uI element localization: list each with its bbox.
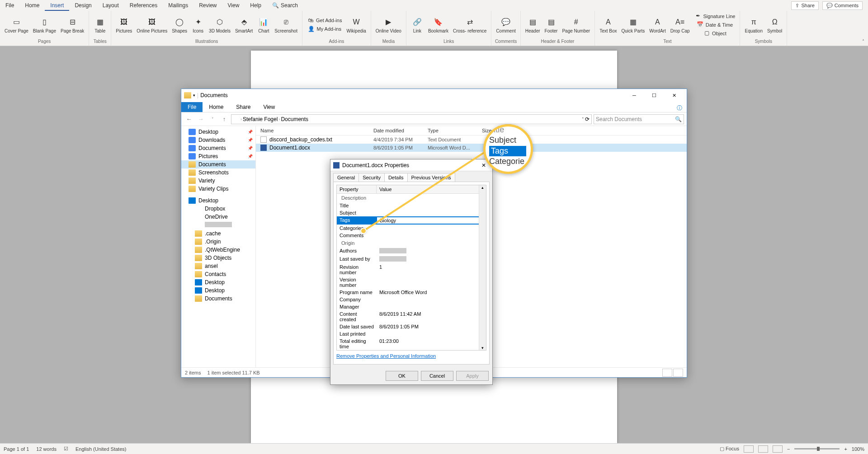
scroll-down-icon[interactable]: ▾ [481,346,484,350]
nav-item[interactable]: Desktop [181,286,255,295]
breadcrumb-item[interactable]: Documents [281,116,308,122]
scroll-up-icon[interactable]: ▴ [481,185,484,190]
props-value-input[interactable] [377,232,486,239]
nav-item[interactable]: Desktop [181,197,255,205]
equation-button[interactable]: πEquation [743,16,764,34]
props-apply-button[interactable]: Apply [456,371,489,381]
tab-file[interactable]: File [0,0,19,11]
props-row[interactable]: Date last saved8/6/2019 1:05 PM [337,323,486,330]
props-header-value[interactable]: Value [377,185,394,193]
tab-insert[interactable]: Insert [45,0,69,11]
online-pictures-button[interactable]: 🖼Online Pictures [135,16,169,34]
explorer-titlebar[interactable]: ▾ | Documents ─ ☐ ✕ [181,89,687,102]
symbol-button[interactable]: ΩSymbol [765,16,784,34]
wikipedia-button[interactable]: WWikipedia [344,16,368,34]
tab-review[interactable]: Review [193,0,222,11]
text-box-button[interactable]: AText Box [598,16,618,34]
tab-layout[interactable]: Layout [97,0,124,11]
icons-button[interactable]: ✦Icons [190,16,206,34]
nav-history-button[interactable]: ˅ [208,117,217,122]
col-date[interactable]: Date modified [373,128,428,133]
breadcrumb[interactable]: › Stefanie Fogel › Documents ˅ ⟳ [231,114,592,124]
column-headers[interactable]: Name Date modified Type Size [256,126,687,136]
bookmark-button[interactable]: 🔖Bookmark [426,16,450,34]
props-row[interactable]: TagsBiology [337,216,486,225]
props-row[interactable]: Last saved by [337,255,486,263]
nav-item[interactable]: .cache [181,229,255,238]
props-value-input[interactable] [377,225,486,231]
props-scrollbar[interactable]: ▴ ▾ [479,185,486,350]
nav-item[interactable]: OneDrive [181,213,255,221]
props-ok-button[interactable]: OK [386,371,418,381]
ribbon-search[interactable]: 🔍 Search [267,2,303,9]
props-row[interactable]: Last printed [337,330,486,337]
tab-help[interactable]: Help [245,0,267,11]
page-break-button[interactable]: ⊟Page Break [59,16,86,34]
explorer-search-input[interactable]: Search Documents 🔍 [594,114,684,124]
props-row[interactable]: Content created8/6/2019 11:42 AM [337,310,486,323]
chevron-down-icon[interactable]: ▾ [193,93,195,98]
status-language[interactable]: English (United States) [75,446,127,452]
drop-cap-button[interactable]: A≡Drop Cap [669,16,692,34]
view-web-button[interactable] [773,445,783,453]
props-row[interactable]: Manager [337,303,486,310]
wordart-button[interactable]: AWordArt [647,16,668,34]
zoom-in-button[interactable]: + [844,446,847,452]
shapes-button[interactable]: ◯Shapes [170,16,189,34]
share-button[interactable]: ⇪ Share [791,1,818,10]
nav-item[interactable]: Documents [181,295,255,303]
explorer-tab-share[interactable]: Share [230,102,257,112]
props-row[interactable]: Company [337,296,486,303]
props-value-input[interactable] [377,210,486,216]
nav-item[interactable]: Desktop📌 [181,128,255,136]
props-cancel-button[interactable]: Cancel [421,371,453,381]
nav-item[interactable]: Variety [181,177,255,185]
file-row[interactable]: discord_backup_codes.txt4/4/2019 7:34 PM… [256,136,687,144]
object-button[interactable]: ▢Object [693,29,737,37]
props-titlebar[interactable]: Document1.docx Properties ✕ [330,159,492,171]
view-icons-button[interactable] [673,369,683,377]
footer-button[interactable]: ▤Footer [543,16,560,34]
props-row[interactable]: Total editing time01:23:00 [337,337,486,350]
nav-item[interactable]: Documents📌 [181,144,255,152]
props-row[interactable]: Authors [337,247,486,255]
status-words[interactable]: 12 words [36,446,57,452]
signature-line-button[interactable]: ✒Signature Line [693,12,737,20]
explorer-tab-file[interactable]: File [181,102,203,112]
nav-item[interactable]: Contacts [181,270,255,278]
nav-item[interactable]: ansel [181,262,255,270]
nav-up-button[interactable]: ↑ [219,116,229,122]
nav-item[interactable]: Screenshots [181,168,255,177]
tab-references[interactable]: References [124,0,163,11]
nav-item[interactable]: Pictures📌 [181,152,255,160]
props-row[interactable]: Categories [337,225,486,232]
tab-home[interactable]: Home [19,0,45,11]
props-row[interactable]: Version number [337,276,486,289]
comments-button[interactable]: 💬 Comments [822,1,863,10]
smartart-button[interactable]: ⬘SmartArt [233,16,255,34]
nav-item[interactable]: Desktop [181,278,255,286]
chevron-down-icon[interactable]: ˅ [582,117,584,122]
props-header-property[interactable]: Property [337,185,377,193]
pictures-button[interactable]: 🖼Pictures [114,16,134,34]
col-type[interactable]: Type [428,128,482,133]
tab-mailings[interactable]: Mailings [163,0,193,11]
props-row[interactable]: Program nameMicrosoft Office Word [337,289,486,296]
explorer-nav-pane[interactable]: Desktop📌Downloads📌Documents📌Pictures📌Doc… [181,126,256,367]
props-value-input[interactable] [377,202,486,209]
view-details-button[interactable] [662,369,672,377]
props-value-input[interactable]: Biology [377,217,486,224]
props-tab-general[interactable]: General [333,173,359,182]
help-icon[interactable]: ⓘ [677,104,687,112]
props-row[interactable]: Title [337,202,486,209]
comment-button[interactable]: 💬Comment [494,16,517,34]
nav-back-button[interactable]: ← [184,116,194,122]
date-time-button[interactable]: 📅Date & Time [693,21,737,29]
maximize-button[interactable]: ☐ [644,89,664,101]
breadcrumb-item[interactable]: Stefanie Fogel [243,116,278,122]
nav-item[interactable]: Variety Clips [181,185,255,193]
header-button[interactable]: ▤Header [524,16,542,34]
col-name[interactable]: Name [260,128,373,133]
nav-forward-button[interactable]: → [196,116,206,122]
tab-view[interactable]: View [222,0,245,11]
